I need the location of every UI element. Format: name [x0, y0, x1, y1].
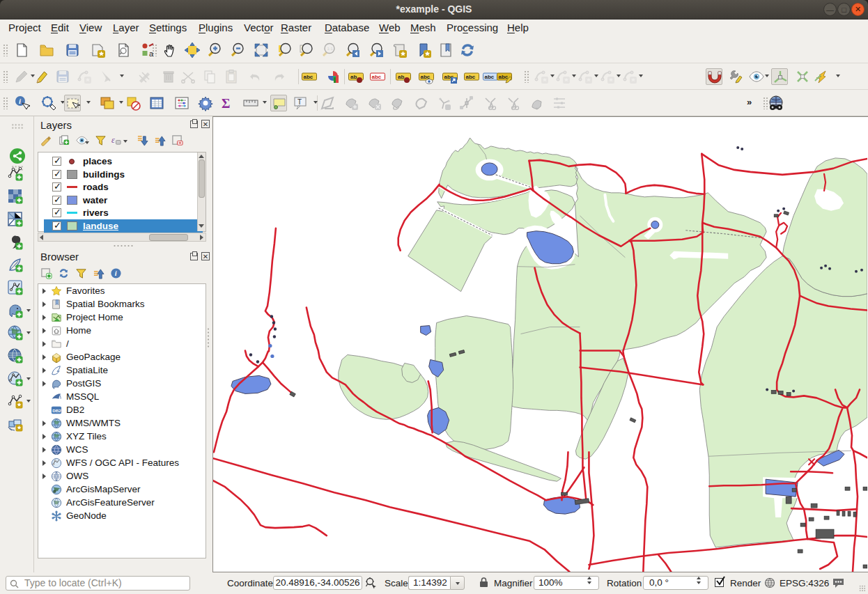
svg-text:1:1: 1:1 [327, 47, 334, 51]
svg-text:abc: abc [304, 74, 313, 80]
svg-text:abc: abc [372, 74, 382, 80]
svg-text:Σ: Σ [222, 96, 230, 111]
svg-text:DB2: DB2 [52, 407, 61, 412]
svg-text:ab: ab [350, 74, 357, 80]
svg-text:i: i [115, 269, 117, 277]
svg-text:a: a [149, 49, 154, 58]
svg-text:ε: ε [111, 135, 115, 145]
svg-text:abc: abc [466, 74, 476, 80]
svg-text:abc: abc [499, 74, 509, 80]
svg-text:abc: abc [485, 74, 495, 80]
svg-text:T: T [297, 98, 302, 106]
svg-text:ab: ab [398, 74, 404, 80]
